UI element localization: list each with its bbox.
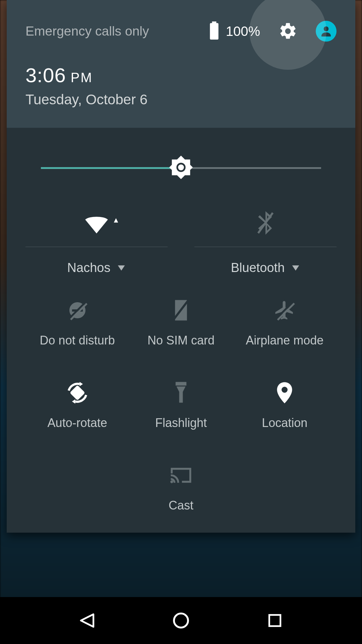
wifi-label: Nachos [67,261,111,275]
chevron-down-icon [291,264,300,272]
dnd-label: Do not disturb [40,333,115,347]
slider-thumb[interactable] [168,154,194,182]
slider-fill [41,167,181,169]
svg-marker-18 [79,382,83,386]
bluetooth-icon [256,210,275,236]
back-button[interactable] [74,607,101,634]
chevron-down-icon [117,264,126,272]
brightness-slider[interactable] [41,158,321,178]
flashlight-icon [173,381,189,405]
time-ampm: PM [71,70,93,85]
bluetooth-tile[interactable]: Bluetooth [194,208,337,275]
battery-icon [208,21,220,41]
gear-icon [278,21,298,41]
flashlight-label: Flashlight [155,416,207,430]
home-button[interactable] [168,607,194,634]
svg-rect-1 [210,23,218,40]
svg-point-22 [170,480,173,483]
rotate-icon [64,380,90,406]
date-label[interactable]: Tuesday, October 6 [25,92,337,108]
bluetooth-label: Bluetooth [231,261,285,275]
dnd-tile[interactable]: Do not disturb [25,299,129,347]
svg-marker-6 [114,218,118,223]
location-icon [276,381,294,405]
cast-label: Cast [169,498,193,513]
dnd-icon [67,300,88,321]
location-tile[interactable]: Location [233,381,337,430]
cast-tile[interactable]: Cast [129,464,233,513]
svg-point-23 [174,613,188,628]
time-value: 3:06 [25,64,66,87]
sim-tile[interactable]: No SIM card [129,299,233,347]
panel-header: Emergency calls only 100% [7,0,355,128]
brightness-icon [168,154,194,180]
quick-settings-panel: Emergency calls only 100% [7,0,355,533]
svg-rect-20 [176,382,186,386]
home-icon [172,611,190,630]
wifi-icon [81,212,112,235]
recents-button[interactable] [261,607,288,634]
svg-marker-9 [292,265,299,271]
settings-button[interactable] [276,19,300,43]
recents-icon [266,612,283,629]
wifi-tile[interactable]: Nachos [25,208,168,275]
location-label: Location [262,416,307,430]
svg-rect-17 [70,385,85,400]
rotate-label: Auto-rotate [48,416,107,430]
airplane-tile[interactable]: Airplane mode [233,299,337,347]
sim-icon [172,299,190,321]
airplane-label: Airplane mode [246,333,323,347]
svg-point-5 [178,164,184,170]
carrier-status: Emergency calls only [25,24,149,39]
back-icon [78,611,97,630]
sim-label: No SIM card [147,333,215,347]
svg-marker-7 [118,265,125,271]
wifi-indicator-icon [113,218,119,223]
bluetooth-dropdown[interactable]: Bluetooth [231,261,300,275]
svg-marker-19 [72,399,75,404]
cast-icon [169,465,193,485]
svg-point-21 [282,387,288,393]
rotate-tile[interactable]: Auto-rotate [25,381,129,430]
wifi-dropdown[interactable]: Nachos [67,261,126,275]
airplane-icon [274,299,296,321]
svg-rect-24 [269,615,280,626]
flashlight-tile[interactable]: Flashlight [129,381,233,430]
navigation-bar [0,597,362,644]
